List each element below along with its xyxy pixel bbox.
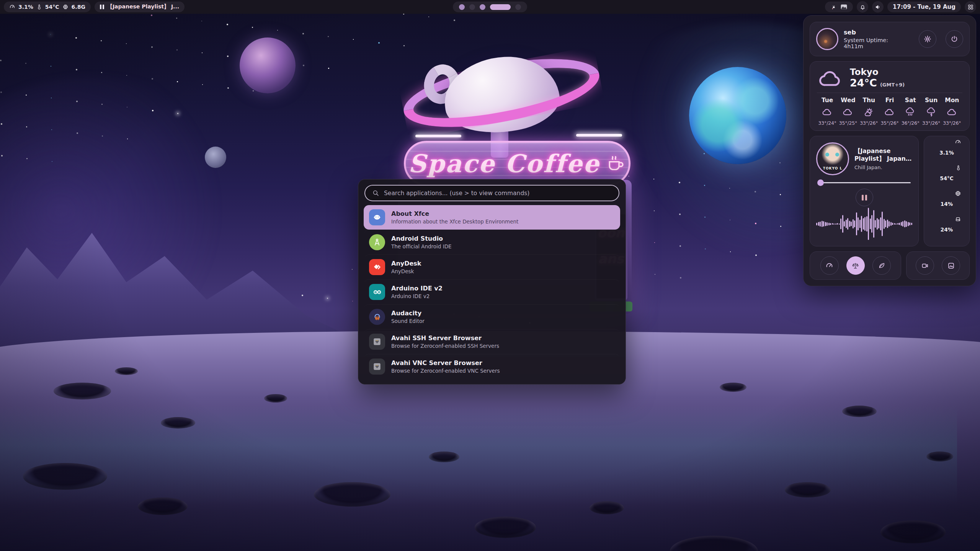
pause-icon [862,195,864,201]
storm-icon [921,106,941,118]
app-item-avahi-vnc[interactable]: Avahi VNC Server Browser Browse for Zero… [364,354,620,379]
user-card: seb System Uptime: 4h11m [810,22,970,56]
system-tray-pill[interactable] [825,2,853,12]
play-pause-button[interactable] [856,189,873,206]
xfce-logo-icon [369,209,385,225]
app-description: Browse for Zeroconf-enabled SSH Servers [391,343,499,349]
runcat-tray-icon[interactable] [830,3,837,10]
performance-profile-button[interactable] [820,256,839,275]
thermometer-icon [36,4,42,10]
app-item-android-studio[interactable]: Android Studio The official Android IDE [364,230,620,254]
cloud-icon [942,106,962,118]
disk-gauge: 24% [934,217,959,242]
top-bar-right-cluster: 17:09 - Tue, 19 Aug [825,1,976,13]
cloud-icon [879,106,900,118]
power-icon [950,35,959,43]
album-art-caption: TOKYO L [817,166,848,170]
app-description: Arduino IDE v2 [391,293,443,299]
anydesk-icon [369,259,385,275]
clock-label: 17:09 - Tue, 19 Aug [893,3,956,10]
pause-icon [100,5,104,9]
workspace-dot-1[interactable] [459,4,465,10]
cloud-icon [817,106,838,118]
app-name: AnyDesk [391,260,421,267]
sun-cloud-icon [859,106,879,118]
bell-icon [859,4,866,10]
rain-icon [900,106,921,118]
app-description: The official Android IDE [391,243,452,249]
app-description: Information about the Xfce Desktop Envir… [391,218,518,225]
app-item-about-xfce[interactable]: About Xfce Information about the Xfce De… [364,205,620,230]
weekly-forecast: Tue 33°/24° Wed 35°/25° Thu 33°/26° Fri … [817,97,962,126]
widget-panel: seb System Uptime: 4h11m Tokyo 24°C [803,15,976,286]
arduino-icon [369,284,385,300]
app-description: Browse for Zeroconf-enabled VNC Servers [391,368,500,374]
app-name: About Xfce [391,210,518,217]
weather-temperature: 24°C [850,77,877,89]
balanced-profile-button[interactable] [846,256,865,275]
system-uptime: System Uptime: 4h11m [844,37,908,49]
app-item-anydesk[interactable]: AnyDesk AnyDesk [364,254,620,279]
workspace-dot-4[interactable] [490,4,511,10]
app-grid-button[interactable] [965,1,976,13]
seek-bar[interactable] [818,182,911,183]
now-playing-pill[interactable]: 【Japanese Playlist】 J... [95,2,185,12]
network-port-icon [369,359,385,375]
track-subtitle: Chill Japan. [854,165,912,170]
user-avatar [816,28,838,50]
search-input[interactable] [384,190,612,197]
seek-handle[interactable] [817,179,824,186]
forecast-day: Mon 33°/26° [942,97,962,126]
app-item-audacity[interactable]: Audacity Sound Editor [364,304,620,329]
speedometer-icon [9,4,15,10]
app-item-arduino-ide[interactable]: Arduino IDE v2 Arduino IDE v2 [364,279,620,304]
app-description: AnyDesk [391,268,421,274]
volume-button[interactable] [872,1,884,13]
forecast-day: Thu 33°/26° [859,97,879,126]
cpu-gauge: 3.1% [934,140,959,165]
forecast-day: Fri 35°/26° [879,97,900,126]
power-button[interactable] [946,30,963,48]
screen-record-button[interactable] [916,256,934,275]
settings-button[interactable] [919,30,936,48]
memory-value: 6.8G [72,4,85,10]
workspace-dot-2[interactable] [469,4,475,10]
workspace-dot-3[interactable] [480,4,485,10]
app-list: About Xfce Information about the Xfce De… [364,205,620,379]
power-saver-profile-button[interactable] [872,256,891,275]
weather-card: Tokyo 24°C (GMT+9) Tue 33°/24° Wed 35°/2… [810,61,970,131]
workspace-dot-5[interactable] [515,4,521,10]
app-name: Avahi VNC Server Browser [391,359,500,367]
album-art: TOKYO L [816,142,849,175]
speaker-icon [875,4,881,10]
grid-icon [967,4,974,10]
app-item-avahi-ssh[interactable]: Avahi SSH Server Browser Browse for Zero… [364,329,620,354]
temperature-value: 54°C [45,4,59,10]
temperature-gauge: 54°C [934,166,959,191]
app-launcher: About Xfce Information about the Xfce De… [358,179,626,385]
top-bar: 3.1% 54°C 6.8G 【Japanese Playlist】 J... [0,0,980,14]
network-port-icon [369,334,385,350]
workspace-switcher[interactable] [453,2,527,12]
app-name: Audacity [391,310,425,317]
forecast-day: Tue 33°/24° [817,97,838,126]
media-player-card: TOKYO L 【Japanese Playlist】 Japan All Ni… [810,136,919,246]
capture-tools-group [906,251,970,280]
audio-visualizer [816,206,912,241]
wallpaper-button[interactable] [942,256,960,275]
weather-city: Tokyo [850,67,905,77]
weather-timezone: (GMT+9) [880,82,905,88]
search-bar[interactable] [364,185,619,201]
app-name: Android Studio [391,235,452,242]
notifications-button[interactable] [857,1,868,13]
now-playing-label: 【Japanese Playlist】 J... [107,3,179,10]
forecast-day: Wed 35°/25° [838,97,858,126]
wallpaper-tray-icon[interactable] [840,4,848,10]
clock-pill[interactable]: 17:09 - Tue, 19 Aug [887,2,961,12]
cloud-icon [817,67,844,89]
app-name: Arduino IDE v2 [391,285,443,292]
forecast-day: Sun 33°/26° [921,97,941,126]
system-stats-pill[interactable]: 3.1% 54°C 6.8G [4,2,91,12]
speedometer-icon [825,262,833,270]
scales-icon [851,262,859,270]
